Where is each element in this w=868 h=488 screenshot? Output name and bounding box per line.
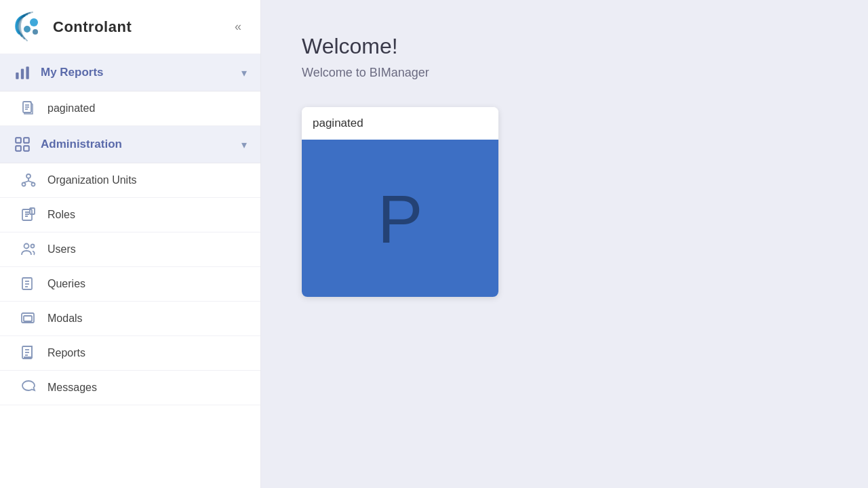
roles-label: Roles — [47, 209, 75, 221]
svg-rect-13 — [24, 146, 29, 151]
svg-rect-12 — [16, 146, 21, 151]
org-units-icon — [20, 172, 37, 188]
svg-rect-11 — [24, 138, 29, 143]
roles-icon — [20, 207, 37, 223]
svg-rect-10 — [16, 138, 21, 143]
content-area: Welcome! Welcome to BIManager paginated … — [261, 0, 868, 488]
svg-point-22 — [24, 244, 29, 249]
report-card-paginated[interactable]: paginated P — [302, 107, 498, 297]
svg-point-1 — [24, 26, 31, 33]
messages-label: Messages — [47, 382, 97, 394]
svg-point-14 — [26, 174, 31, 178]
main-content: Welcome! Welcome to BIManager paginated … — [261, 0, 868, 488]
administration-chevron: ▾ — [241, 138, 247, 151]
svg-point-23 — [31, 245, 35, 248]
svg-point-2 — [33, 29, 38, 35]
organization-units-label: Organization Units — [47, 174, 137, 186]
admin-icon — [14, 136, 31, 153]
users-label: Users — [47, 243, 76, 256]
card-body: P — [302, 141, 498, 297]
administration-label: Administration — [41, 138, 241, 151]
card-letter: P — [378, 185, 423, 253]
svg-point-0 — [30, 18, 38, 26]
svg-point-15 — [22, 183, 26, 186]
svg-rect-29 — [24, 316, 32, 321]
collapse-button[interactable]: « — [229, 17, 247, 37]
bar-chart-icon — [14, 64, 31, 81]
svg-rect-4 — [21, 69, 24, 79]
messages-icon — [20, 380, 37, 396]
svg-line-18 — [24, 181, 28, 183]
modals-icon — [20, 310, 37, 327]
my-reports-chevron: ▾ — [241, 66, 247, 79]
nav-item-reports[interactable]: Reports — [0, 336, 260, 371]
card-title: paginated — [302, 107, 498, 141]
paginated-label: paginated — [47, 102, 95, 115]
app-title: Controlant — [53, 18, 132, 36]
svg-point-16 — [32, 183, 35, 186]
nav-item-queries[interactable]: Queries — [0, 267, 260, 302]
my-reports-label: My Reports — [41, 66, 241, 79]
logo-icon — [14, 12, 45, 43]
nav-item-paginated[interactable]: paginated — [0, 92, 260, 126]
welcome-title: Welcome! — [302, 34, 827, 59]
reports-label: Reports — [47, 347, 85, 359]
queries-label: Queries — [47, 278, 85, 290]
sidebar: Controlant « My Reports ▾ paginated — [0, 0, 261, 488]
svg-rect-20 — [22, 209, 32, 220]
reports-icon — [20, 345, 37, 361]
nav-item-messages[interactable]: Messages — [0, 371, 260, 405]
my-reports-section-header[interactable]: My Reports ▾ — [0, 54, 260, 92]
nav-item-users[interactable]: Users — [0, 232, 260, 267]
document-icon — [20, 100, 37, 117]
welcome-subtitle: Welcome to BIManager — [302, 66, 827, 80]
queries-icon — [20, 276, 37, 292]
logo-area: Controlant « — [0, 0, 260, 54]
svg-rect-5 — [26, 66, 28, 79]
svg-rect-3 — [16, 73, 18, 79]
nav-item-modals[interactable]: Modals — [0, 302, 260, 336]
nav-item-roles[interactable]: Roles — [0, 198, 260, 232]
administration-section-header[interactable]: Administration ▾ — [0, 126, 260, 163]
svg-line-19 — [28, 181, 33, 183]
users-icon — [20, 241, 37, 258]
nav-item-organization-units[interactable]: Organization Units — [0, 163, 260, 198]
modals-label: Modals — [47, 312, 83, 325]
